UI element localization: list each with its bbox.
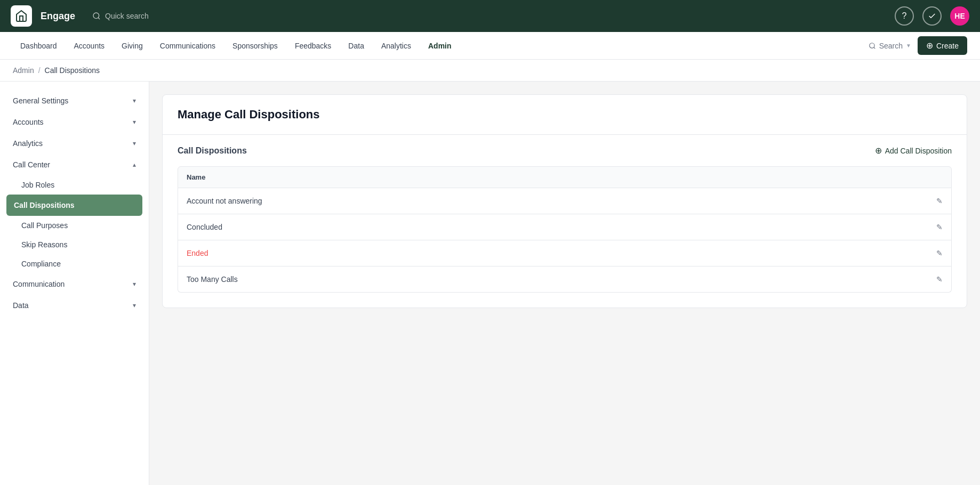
sidebar-child-skip-reasons[interactable]: Skip Reasons — [0, 235, 149, 254]
main-content: Manage Call Dispositions Call Dispositio… — [149, 82, 980, 485]
breadcrumb: Admin / Call Dispositions — [0, 60, 980, 82]
search-icon — [92, 12, 101, 20]
create-button[interactable]: ⊕ Create — [918, 36, 967, 55]
nav-data[interactable]: Data — [341, 37, 372, 54]
nav-accounts[interactable]: Accounts — [67, 37, 113, 54]
add-icon: ⊕ — [875, 146, 882, 156]
topbar: Engage Quick search ? HE — [0, 0, 980, 32]
breadcrumb-parent[interactable]: Admin — [13, 66, 34, 75]
table-row: Account not answering ✎ — [178, 188, 952, 214]
page-wrapper: General Settings ▾ Accounts ▾ Analytics … — [0, 82, 980, 485]
sidebar-item-call-center[interactable]: Call Center ▴ — [0, 154, 149, 175]
sidebar-child-call-purposes[interactable]: Call Purposes — [0, 216, 149, 235]
sidebar-item-communication[interactable]: Communication ▾ — [0, 273, 149, 295]
nav-search-icon — [869, 42, 876, 50]
chevron-down-icon: ▾ — [133, 118, 136, 126]
content-header: Manage Call Dispositions — [163, 95, 967, 135]
table-row: Ended ✎ — [178, 240, 952, 266]
nav-analytics[interactable]: Analytics — [374, 37, 419, 54]
sidebar-item-accounts[interactable]: Accounts ▾ — [0, 111, 149, 133]
chevron-down-icon: ▾ — [133, 280, 136, 288]
navbar: Dashboard Accounts Giving Communications… — [0, 32, 980, 60]
add-call-disposition-button[interactable]: ⊕ Add Call Disposition — [875, 146, 952, 156]
sidebar: General Settings ▾ Accounts ▾ Analytics … — [0, 82, 149, 485]
sidebar-child-job-roles[interactable]: Job Roles — [0, 175, 149, 195]
nav-giving[interactable]: Giving — [114, 37, 150, 54]
sidebar-child-compliance[interactable]: Compliance — [0, 254, 149, 273]
table-row: Too Many Calls ✎ — [178, 266, 952, 293]
sidebar-child-call-dispositions[interactable]: Call Dispositions — [6, 195, 142, 216]
breadcrumb-current: Call Dispositions — [45, 66, 100, 75]
sidebar-item-general-settings[interactable]: General Settings ▾ — [0, 90, 149, 111]
nav-search[interactable]: Search ▼ — [869, 42, 911, 50]
breadcrumb-separator: / — [38, 66, 41, 75]
disposition-name: Ended — [187, 249, 936, 257]
help-button[interactable]: ? — [895, 6, 914, 26]
topbar-right: ? HE — [895, 6, 969, 26]
disposition-name: Concluded — [187, 223, 936, 231]
sidebar-item-data[interactable]: Data ▾ — [0, 295, 149, 316]
chevron-up-icon: ▴ — [133, 161, 136, 168]
nav-feedbacks[interactable]: Feedbacks — [287, 37, 339, 54]
edit-icon[interactable]: ✎ — [936, 275, 943, 284]
app-name: Engage — [41, 11, 75, 22]
svg-point-1 — [869, 43, 874, 47]
section-title: Call Dispositions — [178, 146, 247, 156]
content-card: Manage Call Dispositions Call Dispositio… — [162, 94, 967, 308]
search-dropdown-icon: ▼ — [906, 43, 911, 48]
quick-search[interactable]: Quick search — [92, 12, 149, 20]
edit-icon[interactable]: ✎ — [936, 223, 943, 231]
chevron-down-icon: ▾ — [133, 302, 136, 309]
column-header-name: Name — [187, 173, 943, 181]
chevron-down-icon: ▾ — [133, 140, 136, 147]
svg-point-0 — [93, 13, 99, 19]
user-avatar[interactable]: HE — [950, 6, 969, 26]
table-wrapper: Name Account not answering ✎ Concluded ✎… — [163, 166, 967, 308]
app-logo[interactable] — [11, 5, 32, 27]
edit-icon[interactable]: ✎ — [936, 197, 943, 205]
create-plus-icon: ⊕ — [926, 41, 933, 51]
nav-sponsorships[interactable]: Sponsorships — [225, 37, 285, 54]
page-title: Manage Call Dispositions — [178, 108, 952, 122]
disposition-name: Account not answering — [187, 197, 936, 205]
disposition-name: Too Many Calls — [187, 275, 936, 284]
chevron-down-icon: ▾ — [133, 97, 136, 104]
checkmark-icon — [928, 12, 936, 20]
table-header: Name — [178, 166, 952, 188]
navbar-right: Search ▼ ⊕ Create — [869, 36, 967, 55]
table-row: Concluded ✎ — [178, 214, 952, 240]
tasks-button[interactable] — [922, 6, 942, 26]
sidebar-item-analytics[interactable]: Analytics ▾ — [0, 133, 149, 154]
section-header: Call Dispositions ⊕ Add Call Disposition — [163, 135, 967, 166]
edit-icon[interactable]: ✎ — [936, 249, 943, 257]
nav-dashboard[interactable]: Dashboard — [13, 37, 65, 54]
nav-communications[interactable]: Communications — [152, 37, 223, 54]
nav-admin[interactable]: Admin — [421, 37, 459, 54]
